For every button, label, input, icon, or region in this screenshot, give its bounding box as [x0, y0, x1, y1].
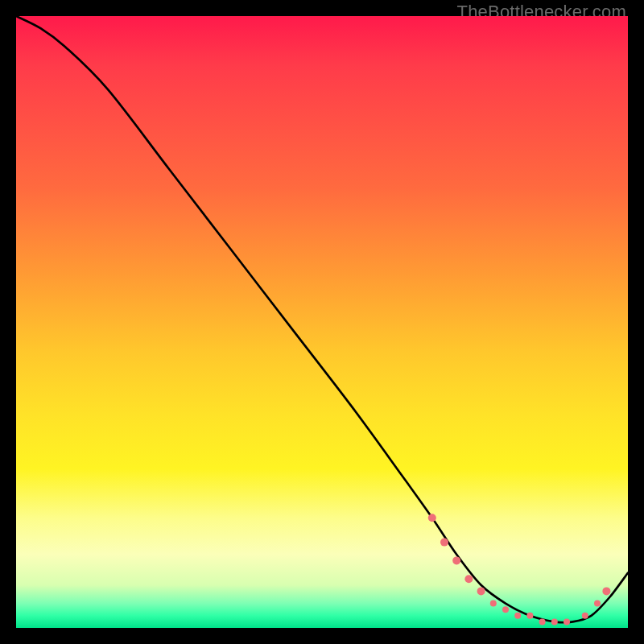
curve-marker — [602, 587, 610, 595]
curve-marker — [502, 606, 509, 613]
curve-marker — [490, 601, 497, 607]
curve-marker — [594, 601, 601, 607]
curve-svg — [16, 16, 628, 628]
curve-marker — [428, 514, 436, 522]
plot-area — [16, 16, 628, 628]
curve-marker — [551, 618, 558, 625]
curve-marker — [564, 618, 570, 625]
curve-marker — [582, 613, 588, 619]
bottleneck-curve-path — [16, 16, 628, 622]
curve-marker — [539, 618, 546, 625]
curve-marker — [464, 575, 473, 583]
curve-marker — [452, 556, 460, 564]
curve-marker — [514, 613, 521, 619]
curve-marker — [440, 539, 448, 547]
chart-stage: TheBottlenecker.com — [0, 0, 644, 644]
curve-marker — [477, 587, 485, 595]
curve-marker — [526, 613, 533, 619]
curve-markers — [428, 514, 611, 625]
